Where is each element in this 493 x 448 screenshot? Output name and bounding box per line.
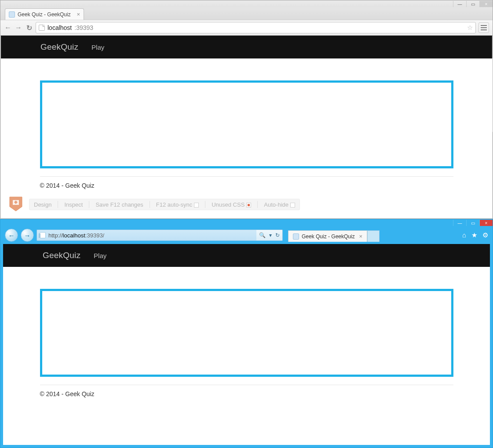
home-icon[interactable]: ⌂ <box>462 231 466 239</box>
bl-save-button[interactable]: Save F12 changes <box>95 201 143 208</box>
favicon-icon <box>9 11 15 18</box>
site-brand[interactable]: GeekQuiz <box>40 42 78 52</box>
footer-divider <box>40 385 453 385</box>
ie-browser-window: — ▭ × ← → http://localhost:39393/ 🔍 ▾ ↻ <box>0 219 493 448</box>
nav-play-link[interactable]: Play <box>91 44 104 51</box>
ie-window-titlebar: — ▭ × <box>0 219 493 226</box>
bl-autosync-button[interactable]: F12 auto-sync <box>156 201 199 208</box>
gear-icon[interactable]: ⚙ <box>482 231 488 239</box>
search-icon[interactable]: 🔍 <box>259 232 266 238</box>
chrome-tabstrip: Geek Quiz - GeekQuiz × <box>0 7 493 20</box>
minimize-button[interactable]: — <box>453 1 466 7</box>
chrome-tab-title: Geek Quiz - GeekQuiz <box>18 11 71 18</box>
url-host: localhost <box>63 232 85 239</box>
footer-text: © 2014 - Geek Quiz <box>40 390 453 397</box>
url-port: :39393/ <box>85 232 104 239</box>
back-button[interactable]: ← <box>5 229 18 242</box>
tab-close-icon[interactable]: × <box>77 11 80 18</box>
maximize-button[interactable]: ▭ <box>466 220 479 226</box>
address-bar-controls: 🔍 ▾ ↻ <box>256 229 283 241</box>
page-icon <box>39 25 45 31</box>
new-tab-button[interactable] <box>367 230 380 242</box>
close-button[interactable]: × <box>479 1 493 7</box>
url-host: localhost <box>47 24 72 31</box>
bl-autohide-button[interactable]: Auto-hide <box>264 201 295 208</box>
ie-tab-active[interactable]: Geek Quiz - GeekQuiz × <box>288 230 367 242</box>
favicon-icon <box>293 233 299 240</box>
ie-toolbar: ← → http://localhost:39393/ 🔍 ▾ ↻ Geek Q… <box>0 226 493 244</box>
quiz-panel <box>40 80 453 168</box>
url-port: :39393 <box>74 24 93 31</box>
ie-tab-title: Geek Quiz - GeekQuiz <box>302 233 355 240</box>
reload-icon[interactable]: ↻ <box>25 24 33 32</box>
site-navbar: GeekQuiz Play <box>1 36 492 58</box>
checkbox-checked-icon[interactable] <box>246 203 251 208</box>
favorites-icon[interactable]: ★ <box>471 231 477 239</box>
tab-close-icon[interactable]: × <box>359 233 362 240</box>
bl-design-button[interactable]: Design <box>34 201 51 208</box>
checkbox-icon[interactable] <box>290 203 295 208</box>
chrome-window-titlebar: — ▭ × <box>0 0 493 7</box>
forward-icon[interactable]: → <box>15 24 22 32</box>
browserlink-toolbar: Design Inspect Save F12 changes F12 auto… <box>29 199 300 210</box>
chrome-viewport: GeekQuiz Play © 2014 - Geek Quiz Design … <box>1 36 492 218</box>
chrome-toolbar: ← → ↻ localhost:39393 ☆ <box>0 20 493 36</box>
bookmark-icon[interactable]: ☆ <box>467 24 473 32</box>
close-button[interactable]: × <box>479 220 493 226</box>
chrome-tab-active[interactable]: Geek Quiz - GeekQuiz × <box>5 8 84 20</box>
forward-button[interactable]: → <box>21 229 34 242</box>
nav-play-link[interactable]: Play <box>94 252 106 259</box>
footer-text: © 2014 - Geek Quiz <box>40 182 453 189</box>
menu-icon[interactable] <box>478 22 489 33</box>
site-navbar: GeekQuiz Play <box>3 244 490 267</box>
address-bar[interactable]: localhost:39393 ☆ <box>36 22 476 33</box>
site-brand[interactable]: GeekQuiz <box>43 251 80 260</box>
checkbox-icon[interactable] <box>194 203 199 208</box>
dropdown-icon[interactable]: ▾ <box>269 232 272 238</box>
url-scheme: http:// <box>48 232 63 239</box>
back-icon[interactable]: ← <box>4 24 12 32</box>
address-bar[interactable]: http://localhost:39393/ <box>37 229 256 241</box>
page-icon <box>40 232 46 238</box>
ie-viewport: GeekQuiz Play © 2014 - Geek Quiz <box>3 244 490 445</box>
chrome-browser-window: — ▭ × Geek Quiz - GeekQuiz × ← → ↻ local… <box>0 0 493 219</box>
bl-inspect-button[interactable]: Inspect <box>64 201 83 208</box>
browserlink-badge-icon[interactable] <box>9 196 23 212</box>
minimize-button[interactable]: — <box>453 220 466 226</box>
bl-unusedcss-button[interactable]: Unused CSS <box>212 201 251 208</box>
footer-divider <box>40 176 453 177</box>
maximize-button[interactable]: ▭ <box>466 1 479 7</box>
quiz-panel <box>40 289 453 377</box>
ie-tabstrip: Geek Quiz - GeekQuiz × <box>288 229 380 242</box>
refresh-icon[interactable]: ↻ <box>275 232 280 238</box>
